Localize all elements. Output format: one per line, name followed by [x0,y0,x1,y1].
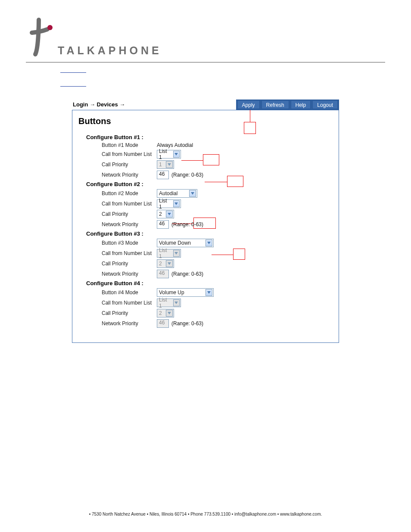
button-2-list-select[interactable]: List 1 [157,199,181,208]
button-3-priority-row: Call Priority2 [102,259,333,268]
logout-button[interactable]: Logout [312,100,338,109]
button-3-list-label: Call from Number List [102,250,157,256]
svg-marker-3 [191,192,194,195]
nav-link-placeholder [60,71,86,73]
button-2-priority-select[interactable]: 2 [157,210,174,218]
chevron-down-icon [173,151,180,158]
chevron-down-icon [206,289,212,296]
chevron-down-icon [166,310,173,317]
talkaphone-mark-icon [26,17,54,58]
chevron-down-icon [173,299,180,306]
button-4-mode-select-value: Volume Up [159,289,187,296]
toolbar: Apply Refresh Help Logout [236,100,339,110]
button-1-list-select-value: List 1 [159,148,173,160]
button-4-priority-label: Call Priority [102,310,157,316]
button-4-priority-row: Call Priority2 [102,309,333,317]
button-1-priority-select-value: 1 [159,162,165,168]
brand-logo: TALKAPHONE [26,17,385,58]
button-2-netpriority-range: (Range: 0-63) [171,221,203,227]
refresh-button[interactable]: Refresh [262,100,289,109]
button-1-priority-label: Call Priority [102,162,157,168]
svg-marker-11 [168,312,171,314]
panel-title: Buttons [78,116,333,126]
chevron-down-icon [166,260,173,267]
button-2-netpriority-input[interactable]: 46 [157,220,169,229]
button-2-list-select-value: List 1 [159,198,173,210]
svg-marker-2 [168,163,171,166]
button-3-mode-row: Button #3 ModeVolume Down [102,239,333,247]
header-divider [26,62,385,62]
chevron-down-icon [206,240,212,246]
button-3-mode-select[interactable]: Volume Down [157,239,214,247]
section-2-title: Configure Button #2 : [86,181,333,187]
chevron-down-icon [166,161,173,168]
button-1-list-label: Call from Number List [102,151,157,157]
button-4-list-select: List 1 [157,299,181,307]
button-3-netpriority-input: 46 [157,270,169,278]
button-3-list-select-value: List 1 [159,247,173,259]
button-2-mode-label: Button #2 Mode [102,190,157,196]
svg-point-0 [47,25,53,30]
svg-marker-6 [207,242,211,244]
button-2-list-label: Call from Number List [102,201,157,207]
apply-button[interactable]: Apply [237,100,260,109]
button-3-netpriority-range: (Range: 0-63) [171,271,203,277]
chevron-down-icon [173,250,180,257]
button-4-priority-select: 2 [157,309,174,317]
button-2-mode-select[interactable]: Autodial [157,189,197,198]
chevron-down-icon [173,200,180,207]
button-4-priority-select-value: 2 [159,310,165,316]
button-3-priority-select-value: 2 [159,261,165,267]
button-2-priority-label: Call Priority [102,211,157,217]
button-2-priority-select-value: 2 [159,211,165,217]
button-4-list-label: Call from Number List [102,300,157,306]
button-3-mode-select-value: Volume Down [159,240,193,246]
button-1-mode-label: Button #1 Mode [102,142,157,148]
chevron-down-icon [166,211,173,218]
button-2-netpriority-label: Network Priority [102,221,157,227]
buttons-panel: Buttons Configure Button #1 :Button #1 M… [72,110,339,343]
button-3-list-row: Call from Number ListList 1 [102,249,333,258]
page-footer: • 7530 North Natchez Avenue • Niles, Ill… [0,512,411,516]
svg-marker-5 [168,213,171,215]
button-1-priority-row: Call Priority1 [102,160,333,169]
svg-marker-8 [168,262,171,265]
button-3-netpriority-row: Network Priority46(Range: 0-63) [102,270,333,278]
button-3-mode-label: Button #3 Mode [102,240,157,246]
button-4-mode-label: Button #4 Mode [102,289,157,296]
button-1-mode-value: Always Autodial [157,142,193,148]
button-3-netpriority-label: Network Priority [102,271,157,277]
button-1-priority-select: 1 [157,160,174,169]
section-3-title: Configure Button #3 : [86,230,333,237]
button-4-mode-select[interactable]: Volume Up [157,288,214,297]
svg-marker-7 [174,252,178,255]
button-4-list-row: Call from Number ListList 1 [102,299,333,307]
button-2-list-row: Call from Number ListList 1 [102,199,333,208]
button-4-netpriority-label: Network Priority [102,320,157,327]
button-1-list-select[interactable]: List 1 [157,150,181,159]
svg-marker-4 [174,202,178,205]
button-3-list-select: List 1 [157,249,181,258]
svg-marker-10 [174,302,178,304]
button-4-list-select-value: List 1 [159,297,173,309]
section-1-title: Configure Button #1 : [86,134,333,140]
button-3-priority-label: Call Priority [102,261,157,267]
breadcrumb: Login → Devices → [72,100,236,110]
nav-link-placeholder [60,85,86,87]
chevron-down-icon [189,190,196,197]
button-1-netpriority-input[interactable]: 46 [157,171,169,179]
svg-marker-1 [174,153,178,156]
button-1-netpriority-label: Network Priority [102,172,157,178]
button-1-netpriority-range: (Range: 0-63) [171,172,203,178]
nav-links-placeholder [60,71,385,87]
button-2-mode-select-value: Autodial [159,190,180,196]
button-1-list-row: Call from Number ListList 1 [102,150,333,159]
button-4-netpriority-range: (Range: 0-63) [171,320,203,327]
button-1-mode-row: Button #1 ModeAlways Autodial [102,142,333,148]
button-4-netpriority-row: Network Priority46(Range: 0-63) [102,319,333,328]
button-4-mode-row: Button #4 ModeVolume Up [102,288,333,297]
button-2-netpriority-row: Network Priority46(Range: 0-63) [102,220,333,229]
help-button[interactable]: Help [291,100,311,109]
button-3-priority-select: 2 [157,259,174,268]
section-4-title: Configure Button #4 : [86,280,333,286]
